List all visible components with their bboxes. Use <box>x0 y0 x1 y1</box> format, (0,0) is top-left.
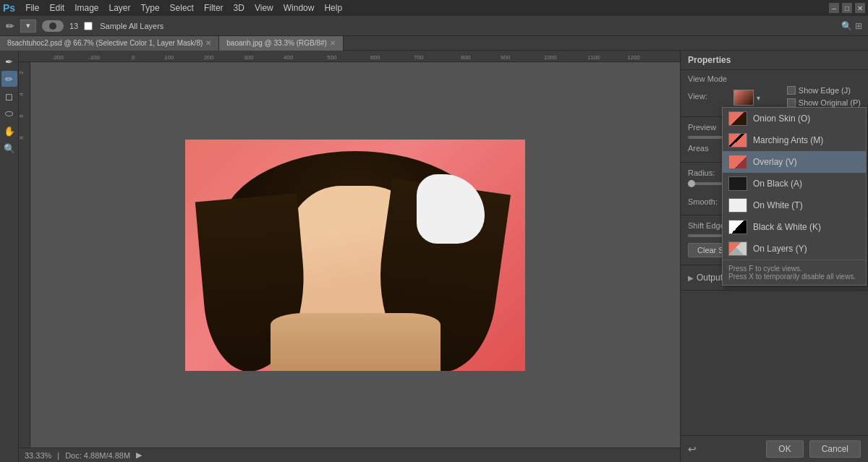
dd-marching-ants[interactable]: Marching Ants (M) <box>723 129 866 151</box>
ruler-mark: 700 <box>414 54 423 61</box>
ok-button[interactable]: OK <box>766 440 803 458</box>
view-thumb <box>733 90 754 106</box>
dd-overlay-label: Overlay (V) <box>753 157 797 167</box>
dd-onlayers-thumb <box>728 241 747 256</box>
ruler-mark: 900 <box>501 54 510 61</box>
menu-view[interactable]: View <box>250 1 278 14</box>
menu-3d[interactable]: 3D <box>229 1 249 14</box>
view-mode-row: View: ▾ Show Edge (J) Show Original (P) <box>688 86 861 109</box>
ruler-mark: 1000 <box>544 54 557 61</box>
maximize-button[interactable]: □ <box>842 3 852 13</box>
menu-filter[interactable]: Filter <box>200 1 228 14</box>
ruler-mark: 1100 <box>587 54 600 61</box>
tool-pen[interactable]: ✒ <box>1 54 17 69</box>
tool-hand[interactable]: ✋ <box>1 123 17 139</box>
tool-eraser[interactable]: ◻ <box>1 88 17 104</box>
menu-image[interactable]: Image <box>70 1 103 14</box>
show-edge-checkbox[interactable] <box>787 86 796 95</box>
menu-window[interactable]: Window <box>279 1 319 14</box>
canvas-area: -200 -100 0 100 200 300 400 500 600 700 … <box>19 51 680 462</box>
areas-label: Areas <box>688 144 709 153</box>
ruler-vmark: 2 <box>19 71 25 74</box>
dd-overlay[interactable]: Overlay (V) <box>723 151 866 173</box>
undo-button[interactable]: ↩ <box>688 443 697 455</box>
status-bar: 33.33% | Doc: 4.88M/4.88M ▶ <box>19 448 680 462</box>
menu-type[interactable]: Type <box>137 1 164 14</box>
minimize-button[interactable]: – <box>829 3 839 13</box>
doc-info-arrow[interactable]: ▶ <box>136 450 142 460</box>
tab-baoanh-close[interactable]: ✕ <box>330 39 336 47</box>
radius-slider-thumb[interactable] <box>688 180 695 187</box>
ruler-mark: 300 <box>244 54 253 61</box>
brush-size-indicator <box>42 20 64 32</box>
show-original-row: Show Original (P) <box>787 98 861 107</box>
show-edge-row: Show Edge (J) <box>787 86 861 95</box>
dd-hint2: Press X to temporarily disable all views… <box>728 273 860 281</box>
menu-bar: Ps File Edit Image Layer Type Select Fil… <box>0 0 868 16</box>
dd-black-white[interactable]: Black & White (K) <box>723 216 866 238</box>
panel-spacer <box>681 291 868 435</box>
dd-onion-thumb <box>728 111 747 126</box>
menu-edit[interactable]: Edit <box>45 1 69 14</box>
dd-on-layers[interactable]: On Layers (Y) <box>723 238 866 260</box>
image-content <box>185 140 525 371</box>
show-options: Show Edge (J) Show Original (P) <box>787 86 861 109</box>
app-logo: Ps <box>3 2 15 14</box>
window-controls: – □ ✕ <box>829 3 865 13</box>
doc-info: Doc: 4.88M/4.88M <box>65 451 130 460</box>
dialog-buttons: OK Cancel <box>766 440 861 458</box>
status-sep: | <box>57 451 59 460</box>
tab-bsachtuhoc[interactable]: 8sachtuhoc2.psd @ 66.7% (Selective Color… <box>0 36 219 51</box>
tool-lasso[interactable]: ⬭ <box>1 106 17 121</box>
dd-onion-skin[interactable]: Onion Skin (O) <box>723 108 866 129</box>
dd-bw-thumb <box>728 220 747 234</box>
ruler-left: 2 4 6 8 <box>19 62 30 448</box>
ruler-mark: 500 <box>327 54 336 61</box>
dd-onlayers-label: On Layers (Y) <box>753 244 807 254</box>
ruler-mark: 100 <box>164 54 174 61</box>
view-mode-label: View Mode <box>688 74 861 83</box>
zoom-level: 33.33% <box>25 451 51 460</box>
photo-canvas <box>185 140 525 371</box>
dd-overlay-thumb <box>728 155 747 169</box>
menu-layer[interactable]: Layer <box>105 1 135 14</box>
tab-baoanh-label: baoanh.jpg @ 33.3% (RGB/8#) <box>226 39 327 47</box>
panel-bottom: ↩ OK Cancel <box>681 435 868 462</box>
ruler-vmark: 4 <box>19 93 25 95</box>
ruler-mark: 800 <box>461 54 470 61</box>
show-original-label: Show Original (P) <box>799 98 861 107</box>
canvas-content <box>30 62 680 448</box>
brush-preset-button[interactable]: ▾ <box>20 20 36 33</box>
smooth-label: Smooth: <box>688 197 718 206</box>
view-dropdown[interactable]: ▾ <box>733 90 760 106</box>
dd-on-black[interactable]: On Black (A) <box>723 173 866 194</box>
menu-help[interactable]: Help <box>320 1 346 14</box>
shift-edge-label: Shift Edge: <box>688 221 727 230</box>
tool-zoom[interactable]: 🔍 <box>1 140 17 156</box>
ruler-vmark: 6 <box>19 114 25 117</box>
close-button[interactable]: ✕ <box>855 3 865 13</box>
ruler-top: -200 -100 0 100 200 300 400 500 600 700 … <box>19 51 680 62</box>
tool-brush[interactable]: ✏ <box>1 71 17 87</box>
brush-size-value: 13 <box>69 22 78 30</box>
options-bar: ✏ ▾ 13 Sample All Layers 🔍 ⊞ <box>0 16 868 36</box>
body-area <box>271 313 441 371</box>
dd-hint: Press F to cycle views. Press X to tempo… <box>723 260 866 285</box>
tab-baoanh[interactable]: baoanh.jpg @ 33.3% (RGB/8#) ✕ <box>219 36 344 51</box>
dd-on-white[interactable]: On White (T) <box>723 194 866 216</box>
sample-all-layers-checkbox[interactable] <box>84 22 93 30</box>
left-toolbar: ✒ ✏ ◻ ⬭ ✋ 🔍 <box>0 51 19 462</box>
tab-bsachtuhoc-close[interactable]: ✕ <box>205 39 211 47</box>
ruler-mark: 0 <box>132 54 135 61</box>
menu-select[interactable]: Select <box>166 1 198 14</box>
properties-panel: Properties View Mode View: ▾ Show Edge (… <box>680 51 868 462</box>
radius-label: Radius: <box>688 168 715 177</box>
menu-file[interactable]: File <box>21 1 43 14</box>
ruler-vmark: 8 <box>19 136 25 139</box>
show-original-checkbox[interactable] <box>787 98 796 107</box>
view-dropdown-arrow[interactable]: ▾ <box>757 94 760 102</box>
preview-label: Preview <box>688 123 716 132</box>
view-dropdown-popup: Onion Skin (O) Marching Ants (M) Overlay… <box>722 107 867 286</box>
dd-hint1: Press F to cycle views. <box>728 265 860 273</box>
cancel-button[interactable]: Cancel <box>809 440 861 458</box>
